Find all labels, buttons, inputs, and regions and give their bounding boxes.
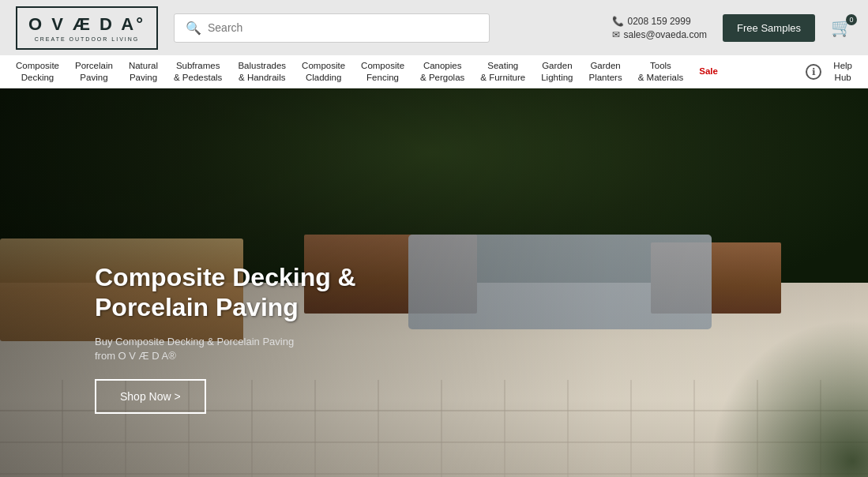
phone-row: 📞 0208 159 2999 xyxy=(612,16,708,27)
search-bar[interactable]: 🔍 xyxy=(174,13,490,43)
hero-subtitle: Buy Composite Decking & Porcelain Paving… xyxy=(95,335,316,363)
palm-leaves-overlay xyxy=(710,319,868,477)
nav-item-composite-cladding[interactable]: CompositeCladding xyxy=(294,60,353,84)
cart-icon[interactable]: 🛒 0 xyxy=(831,17,852,38)
nav-item-seating[interactable]: Seating& Furniture xyxy=(472,60,533,84)
nav-item-balustrades[interactable]: Balustrades& Handrails xyxy=(230,60,294,84)
logo-subtitle: CREATE OUTDOOR LIVING xyxy=(35,36,140,42)
logo-text: O V Æ D A° xyxy=(28,14,145,35)
free-samples-button[interactable]: Free Samples xyxy=(723,14,815,42)
nav-item-garden-planters[interactable]: GardenPlanters xyxy=(581,60,630,84)
email-icon: ✉ xyxy=(612,29,620,40)
hero-content: Composite Decking &Porcelain Paving Buy … xyxy=(95,262,356,414)
header: O V Æ D A° CREATE OUTDOOR LIVING 🔍 📞 020… xyxy=(0,0,868,55)
nav-item-help-hub[interactable]: HelpHub xyxy=(825,60,860,84)
header-right: 📞 0208 159 2999 ✉ sales@ovaeda.com Free … xyxy=(612,14,853,42)
phone-number: 0208 159 2999 xyxy=(628,16,691,27)
search-icon: 🔍 xyxy=(186,21,201,36)
help-icon[interactable]: ℹ xyxy=(806,64,821,80)
nav-item-subframes[interactable]: Subframes& Pedestals xyxy=(166,60,230,84)
nav-item-composite-fencing[interactable]: CompositeFencing xyxy=(353,60,412,84)
nav-item-composite-decking[interactable]: CompositeDecking xyxy=(8,60,67,84)
nav-item-garden-lighting[interactable]: GardenLighting xyxy=(533,60,581,84)
search-input[interactable] xyxy=(208,21,478,34)
nav-items: CompositeDecking PorcelainPaving Natural… xyxy=(8,60,806,84)
nav-item-tools[interactable]: Tools& Materials xyxy=(630,60,692,84)
hero-title: Composite Decking &Porcelain Paving xyxy=(95,262,356,323)
nav: CompositeDecking PorcelainPaving Natural… xyxy=(0,55,868,88)
shop-now-button[interactable]: Shop Now > xyxy=(95,379,206,414)
email-row: ✉ sales@ovaeda.com xyxy=(612,29,708,40)
phone-icon: 📞 xyxy=(612,16,624,27)
nav-right: ℹ HelpHub xyxy=(806,60,860,84)
contact-info: 📞 0208 159 2999 ✉ sales@ovaeda.com xyxy=(612,16,708,40)
nav-item-sale[interactable]: Sale xyxy=(691,66,726,77)
email-address: sales@ovaeda.com xyxy=(624,29,708,40)
logo[interactable]: O V Æ D A° CREATE OUTDOOR LIVING xyxy=(16,6,158,50)
nav-item-porcelain-paving[interactable]: PorcelainPaving xyxy=(67,60,121,84)
nav-item-canopies[interactable]: Canopies& Pergolas xyxy=(412,60,472,84)
nav-item-natural-paving[interactable]: NaturalPaving xyxy=(121,60,166,84)
cart-badge: 0 xyxy=(846,14,857,25)
hero-section: Composite Decking &Porcelain Paving Buy … xyxy=(0,88,868,477)
